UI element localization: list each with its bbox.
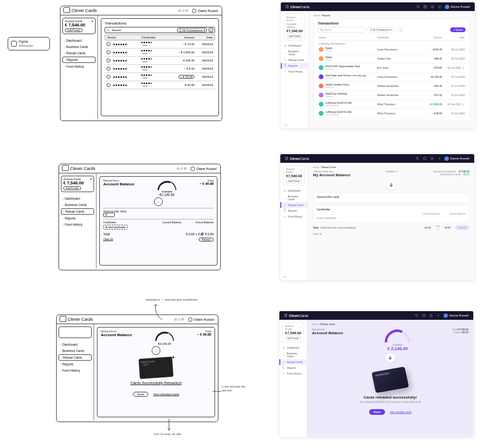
help-icon[interactable] [423, 157, 427, 160]
bell-icon[interactable] [429, 314, 433, 317]
user-chip[interactable]: Diane Russel [188, 317, 214, 322]
sidebar-item-dashboard[interactable]: Dashboard [62, 38, 96, 43]
filter-dropdown[interactable]: ☰ All Transactions ▾ [177, 28, 207, 32]
add-funds-button[interactable]: Add Funds [63, 186, 81, 190]
search-icon[interactable] [415, 314, 419, 317]
search-icon[interactable] [416, 5, 420, 9]
table-row[interactable]: Lufthansa GmbH 01 262Travel booking Alfr… [318, 100, 466, 109]
sidebar-item-history[interactable]: ⧉Fund History [279, 371, 307, 376]
sidebar-item-dashboard[interactable]: ▦Dashboard [281, 43, 308, 48]
add-funds-button[interactable]: Add Funds [285, 336, 301, 340]
search-input[interactable]: 🔍 Search [318, 27, 365, 33]
sidebar-item-reports[interactable]: ≣Reports [280, 208, 308, 214]
table-row[interactable]: ··xxxx € 50.90 02/03/23 [105, 81, 215, 89]
table-row[interactable]: ··xxxx € 695.30 04/03/23 [105, 57, 215, 65]
collapse-icon[interactable]: ⟷ [283, 275, 287, 278]
sidebar-item-dashboard[interactable]: ▦Dashboard [280, 188, 308, 194]
table-row[interactable]: ··xxxx − € 10.50 05/03/23 [105, 40, 215, 48]
table-row[interactable]: SaaSCorp UnlimitedSoftware Mathew Wuster… [318, 91, 466, 100]
clear-all-link[interactable]: Clear all [313, 232, 469, 235]
bell-icon[interactable] [430, 157, 434, 160]
table-row[interactable]: ··xxxx + € 30.50 03/03/23 [105, 73, 215, 81]
reload-button[interactable]: Reload [455, 225, 469, 230]
gear-icon[interactable] [437, 157, 441, 160]
view-cards-link[interactable]: View reloaded cards [390, 411, 411, 413]
sidebar-item-business[interactable]: Business Cards [59, 348, 92, 353]
add-funds-button[interactable]: Add Funds [65, 28, 83, 32]
sidebar-item-history[interactable]: Fund History [62, 64, 96, 69]
sidebar-item-reload[interactable]: Reload Cards [59, 354, 92, 361]
sidebar-item-history[interactable]: ⧉Fund History [281, 69, 308, 74]
collapse-icon[interactable]: ⟷ [284, 123, 287, 126]
table-row[interactable]: Adobe Creative CloudSoftware Mathew Wust… [318, 82, 466, 91]
sidebar-item-reports[interactable]: Reports [61, 216, 94, 221]
user-chip[interactable]: Dianne Russell [444, 157, 469, 161]
filter-dropdown[interactable]: ☰ All Transactions ▾ [367, 27, 395, 32]
sidebar-item-business[interactable]: ▭Business Cards [280, 194, 308, 202]
sidebar-item-reload[interactable]: ⟳Reload Cards [279, 359, 307, 365]
add-cardholder-button[interactable]: ⊕ add cardholder [103, 225, 128, 230]
search-bar[interactable]: 🔍Search ☰ All Transactions ▾ ⤓ [105, 27, 215, 33]
gear-icon[interactable] [436, 314, 440, 317]
user-chip[interactable]: Diane Russel [192, 9, 218, 13]
reload-button[interactable]: Reload [199, 238, 214, 242]
sidebar-item-reports[interactable]: Reports [59, 362, 92, 367]
user-chip[interactable]: Diane Russel [191, 167, 216, 171]
clear-all-link[interactable]: Clear All [103, 238, 113, 242]
search-icon[interactable] [416, 157, 420, 160]
help-icon[interactable] [422, 314, 426, 317]
sidebar-item-reports[interactable]: Reports [62, 57, 96, 63]
sidebar-item-history[interactable]: Fund History [61, 222, 94, 227]
add-funds-button[interactable]: Add Funds [286, 179, 302, 183]
logo[interactable]: ◫ CleverCards [286, 5, 310, 9]
sidebar-item-reports[interactable]: ≣Reports [281, 63, 308, 69]
sidebar-item-business[interactable]: Business Cards [62, 44, 96, 49]
user-chip[interactable]: Dianne Russell [444, 314, 468, 318]
logo[interactable]: ◫ CleverCards [284, 314, 308, 317]
amount-field[interactable]: Amount (Per card) [313, 193, 469, 203]
export-button[interactable]: ↗ Export [450, 27, 466, 32]
add-cardholder-button[interactable]: ⊕ Add Cardholder [317, 217, 466, 219]
user-chip[interactable]: Dianne Russell [445, 5, 470, 9]
logo[interactable]: ◫ CleverCards [285, 157, 309, 160]
sidebar-item-reload[interactable]: Reload Cards [61, 208, 94, 215]
gauge: Available € 2,146.00 [383, 328, 412, 351]
bell-icon[interactable] [431, 5, 434, 9]
download-icon[interactable] [462, 103, 465, 106]
down-arrow-icon [385, 353, 395, 363]
avatar-icon [192, 9, 196, 13]
table-row[interactable]: Lufthansa GmbH 01 262Travel booking Alfr… [318, 109, 466, 118]
sidebar-item-business[interactable]: ▭Business Cards [279, 351, 307, 359]
gear-icon[interactable] [438, 5, 442, 9]
sidebar-item-reload[interactable]: ⟳Reload Cards [281, 57, 308, 63]
table-row[interactable]: PICK'N PAY Supermarkets FoodGroceries Bo… [318, 63, 466, 73]
view-cards-link[interactable]: View reloaded cards [153, 393, 179, 396]
amount-input[interactable]: € [103, 213, 115, 217]
chevron-icon[interactable]: ▾ [92, 20, 93, 23]
download-icon[interactable] [462, 66, 465, 69]
sidebar-item-dashboard[interactable]: Dashboard [61, 196, 94, 201]
table-row[interactable]: Hubi Hope work Homes v.A to city org.Cha… [318, 73, 466, 82]
pending-label[interactable]: 2 Pending Transactions ▾ [318, 41, 466, 45]
chevron-up-icon[interactable] [300, 17, 302, 20]
add-funds-button[interactable]: Add Funds [287, 34, 302, 38]
download-button[interactable]: ⤓ [397, 27, 403, 32]
done-button[interactable]: Done [369, 409, 385, 415]
sidebar-item-dashboard[interactable]: Dashboard [59, 342, 92, 347]
sidebar-item-business[interactable]: Business Cards [61, 202, 94, 207]
sidebar-item-dashboard[interactable]: ▦Dashboard [279, 345, 307, 351]
sidebar-item-business[interactable]: ▭Business Cards [281, 48, 308, 57]
sidebar-item-reload[interactable]: ⟳Reload Cards [280, 202, 308, 208]
table-row[interactable]: ··xxxx − € 4,950.00 05/03/23 [105, 48, 215, 57]
table-row[interactable]: FigmaDesign Casey Rosenbaum −€135.30 06 … [318, 45, 466, 54]
sidebar-item-reload[interactable]: Reload Cards [62, 50, 96, 56]
table-row[interactable]: FigmaDesign Sophie Chen −€96.96 06 Jun 2… [318, 54, 466, 63]
done-button[interactable]: Done [133, 392, 148, 397]
download-button[interactable]: ⤓ [209, 28, 213, 32]
sidebar-item-history[interactable]: ⧉Fund History [280, 214, 308, 219]
table-row[interactable]: ··xxxx − € 8.50 04/03/23 [105, 65, 215, 73]
sidebar-item-history[interactable]: Fund History [59, 368, 92, 373]
help-icon[interactable] [423, 5, 427, 9]
vendor-avatar-icon [319, 74, 324, 79]
sidebar-item-reports[interactable]: ≣Reports [279, 365, 307, 371]
